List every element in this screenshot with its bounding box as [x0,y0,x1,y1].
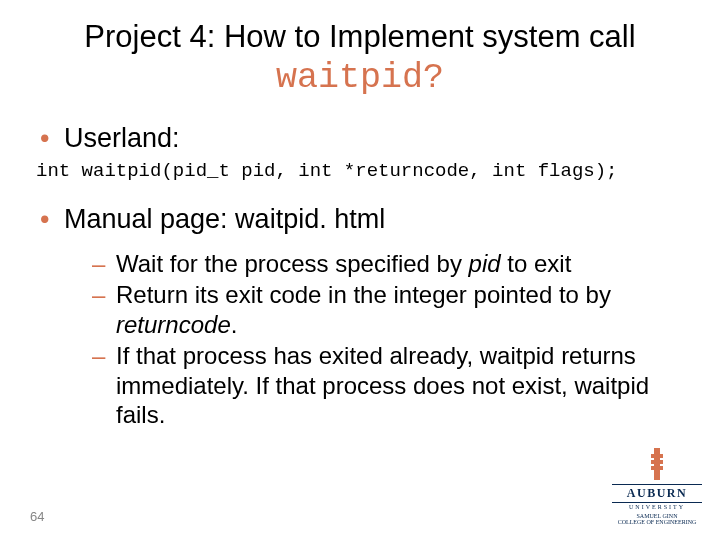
userland-label: Userland: [64,123,180,153]
dash1-text-a: Wait for the process specified by [116,250,469,277]
bullet-userland: Userland: [36,123,690,154]
dash1-text-b: to exit [501,250,572,277]
logo-college-line1: SAMUEL GINN [637,513,678,519]
bullet-list: Userland: [36,123,690,154]
manual-label: Manual page: waitpid. html [64,204,385,234]
slide-title: Project 4: How to Implement system call … [30,18,690,101]
logo-name: AUBURN [612,484,702,503]
dash-item-3: If that process has exited already, wait… [92,341,690,430]
dash2-text-b: . [231,311,238,338]
logo-sub: UNIVERSITY [612,504,702,510]
logo-college-line2: COLLEGE OF ENGINEERING [618,519,697,525]
bullet-list-2: Manual page: waitpid. html Wait for the … [36,204,690,430]
slide: Project 4: How to Implement system call … [0,0,720,540]
dash2-text-a: Return its exit code in the integer poin… [116,281,611,308]
slide-body: Userland: int waitpid(pid_t pid, int *re… [30,123,690,430]
dash-list: Wait for the process specified by pid to… [64,249,690,430]
title-line1: Project 4: How to Implement system call [84,19,635,54]
code-signature: int waitpid(pid_t pid, int *returncode, … [36,160,690,182]
tower-icon [650,448,664,482]
dash2-returncode: returncode [116,311,231,338]
dash1-pid: pid [469,250,501,277]
dash-item-2: Return its exit code in the integer poin… [92,280,690,339]
bullet-manual: Manual page: waitpid. html Wait for the … [36,204,690,430]
page-number: 64 [30,509,44,524]
logo-college: SAMUEL GINN COLLEGE OF ENGINEERING [612,513,702,526]
auburn-logo: AUBURN UNIVERSITY SAMUEL GINN COLLEGE OF… [612,448,702,526]
title-code: waitpid? [276,58,444,98]
dash-item-1: Wait for the process specified by pid to… [92,249,690,279]
